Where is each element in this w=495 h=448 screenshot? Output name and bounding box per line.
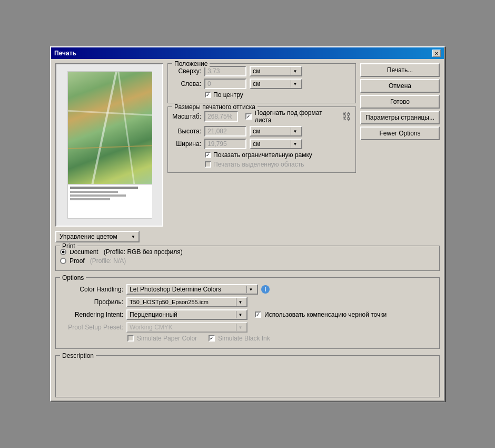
width-label: Ширина: (172, 140, 201, 148)
top-area: Положение Сверху: 3,73 см ▼ Слева: 0 (51, 59, 444, 231)
done-button[interactable]: Готово (360, 95, 440, 109)
top-unit-wrapper: см ▼ (250, 66, 302, 76)
left-row: Слева: 0 см ▼ (172, 79, 351, 89)
left-unit-select[interactable]: см ▼ (250, 79, 302, 89)
width-input[interactable]: 19,795 (204, 139, 246, 149)
print-section-wrapper: Print Document (Profile: RGB без профиля… (51, 246, 444, 277)
profile-label: Профиль: (60, 298, 123, 306)
height-row: Высота: 21,082 см ▼ (172, 126, 351, 137)
center-checkbox[interactable] (205, 92, 211, 98)
height-label: Высота: (172, 128, 201, 135)
print-selection-label: Печатать выделенную область (213, 161, 304, 168)
position-group-title: Положение (172, 60, 210, 67)
fewer-options-button[interactable]: Fewer Options (360, 126, 440, 140)
scale-row: Масштаб: 268,75% Подогнать под формат ли… (172, 109, 351, 124)
width-row: Ширина: 19,795 см ▼ (172, 139, 351, 149)
document-radio[interactable] (60, 249, 66, 255)
left-label: Слева: (172, 80, 201, 87)
print-selection-row: Печатать выделенную область (205, 161, 351, 168)
page-setup-button[interactable]: Параметры страницы... (360, 111, 440, 124)
show-border-checkbox[interactable] (205, 152, 211, 158)
position-group: Положение Сверху: 3,73 см ▼ Слева: 0 (167, 63, 356, 103)
scale-label: Масштаб: (172, 113, 201, 120)
print-preview (55, 63, 163, 227)
link-icon: ⛓ (342, 111, 351, 122)
color-mgmt-dropdown[interactable]: Управление цветом ▼ (55, 231, 140, 242)
title-bar: Печать ✕ (51, 47, 444, 59)
black-point-label: Использовать компенсацию черной точки (264, 311, 387, 318)
print-size-title: Размеры печатного оттиска (172, 103, 258, 111)
simulate-row: Simulate Paper Color Simulate Black Ink (127, 335, 435, 342)
color-mgmt-area: Управление цветом ▼ (51, 231, 444, 246)
rendering-value: Перцепционный (130, 311, 177, 318)
proof-row: Proof (Profile: N/A) (60, 257, 435, 265)
height-input[interactable]: 21,082 (204, 126, 246, 137)
color-mgmt-arrow: ▼ (131, 235, 135, 239)
rendering-select[interactable]: Перцепционный ▼ (126, 309, 247, 320)
proof-setup-value: Working CMYK (130, 324, 173, 331)
close-button[interactable]: ✕ (432, 50, 441, 57)
center-label: По центру (213, 91, 243, 99)
show-border-row: Показать ограничительную рамку (205, 151, 351, 159)
width-unit-arrow: ▼ (291, 140, 299, 148)
print-dialog: Печать ✕ (50, 46, 445, 402)
proof-profile: (Profile: N/A) (90, 257, 126, 265)
map-image (68, 72, 152, 218)
height-unit-arrow: ▼ (291, 128, 299, 135)
print-selection-checkbox[interactable] (205, 161, 211, 168)
profile-row: Профиль: T50_HOSTp50_Epson255.icm ▼ (60, 297, 435, 307)
simulate-ink-checkbox (209, 335, 215, 342)
proof-setup-arrow: ▼ (236, 324, 244, 331)
simulate-ink-label: Simulate Black Ink (218, 335, 270, 342)
print-button[interactable]: Печать... (360, 63, 440, 77)
top-input[interactable]: 3,73 (204, 66, 246, 76)
print-group: Print Document (Profile: RGB без профиля… (55, 246, 440, 271)
document-row: Document (Profile: RGB без профиля) (60, 248, 435, 256)
description-title: Description (60, 352, 96, 359)
simulate-paper-label: Simulate Paper Color (137, 335, 197, 342)
left-unit-arrow: ▼ (291, 80, 299, 87)
color-handling-select[interactable]: Let Photoshop Determine Colors ▼ (126, 284, 258, 295)
action-buttons: Печать... Отмена Готово Параметры страни… (360, 63, 440, 227)
left-input[interactable]: 0 (204, 79, 246, 89)
proof-setup-row: Proof Setup Preset: Working CMYK ▼ (60, 322, 435, 333)
rendering-arrow: ▼ (236, 311, 244, 318)
fit-checkbox[interactable] (245, 113, 252, 120)
description-group: Description (55, 355, 440, 397)
proof-label: Proof (70, 257, 85, 265)
profile-select[interactable]: T50_HOSTp50_Epson255.icm ▼ (126, 297, 247, 307)
top-unit-select[interactable]: см ▼ (250, 66, 302, 76)
profile-value: T50_HOSTp50_Epson255.icm (130, 299, 209, 305)
options-title: Options (60, 274, 86, 281)
profile-arrow: ▼ (236, 298, 244, 306)
center-row: По центру (205, 91, 351, 99)
rendering-row: Rendering Intent: Перцепционный ▼ Исполь… (60, 309, 435, 320)
top-label: Сверху: (172, 67, 201, 75)
left-unit-wrapper: см ▼ (250, 79, 302, 89)
dialog-title: Печать (54, 50, 76, 57)
top-unit-arrow: ▼ (291, 67, 299, 75)
proof-setup-label: Proof Setup Preset: (60, 324, 123, 331)
color-handling-row: Color Handling: Let Photoshop Determine … (60, 284, 435, 295)
fit-label: Подогнать под формат листа (255, 109, 339, 124)
proof-setup-select: Working CMYK ▼ (126, 322, 247, 333)
scale-input[interactable]: 268,75% (204, 111, 238, 122)
simulate-paper-checkbox (127, 335, 134, 342)
document-profile: (Profile: RGB без профиля) (104, 248, 183, 256)
width-unit-select[interactable]: см ▼ (250, 139, 302, 149)
color-handling-label: Color Handling: (60, 286, 123, 293)
show-border-label: Показать ограничительную рамку (213, 151, 312, 159)
top-row: Сверху: 3,73 см ▼ (172, 66, 351, 76)
options-section-wrapper: Options Color Handling: Let Photoshop De… (51, 277, 444, 355)
color-handling-value: Let Photoshop Determine Colors (130, 286, 221, 293)
info-icon[interactable]: i (261, 285, 270, 294)
options-group: Options Color Handling: Let Photoshop De… (55, 277, 440, 349)
height-unit-select[interactable]: см ▼ (250, 126, 302, 137)
print-size-group: Размеры печатного оттиска Масштаб: 268,7… (167, 106, 356, 173)
description-section-wrapper: Description (51, 355, 444, 401)
rendering-label: Rendering Intent: (60, 311, 123, 318)
proof-radio[interactable] (60, 258, 66, 264)
black-point-checkbox[interactable] (255, 311, 261, 318)
cancel-button[interactable]: Отмена (360, 79, 440, 93)
color-mgmt-label: Управление цветом (60, 233, 117, 240)
